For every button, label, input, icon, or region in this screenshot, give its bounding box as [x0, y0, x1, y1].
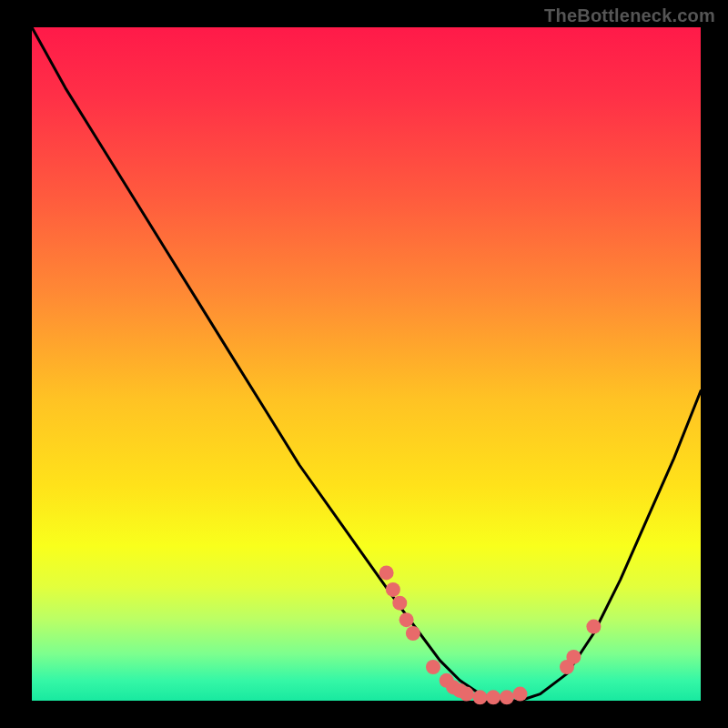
plot-background: [32, 27, 701, 701]
gpu-marker: [486, 690, 500, 704]
gpu-marker: [399, 612, 414, 627]
gpu-marker: [379, 565, 394, 580]
gpu-marker: [513, 687, 528, 702]
gpu-marker: [473, 690, 488, 704]
gpu-marker: [386, 582, 400, 597]
chart-svg: [0, 0, 728, 728]
gpu-marker: [566, 650, 581, 664]
gpu-marker: [426, 660, 440, 674]
gpu-marker: [392, 596, 407, 611]
chart-stage: TheBottleneck.com: [0, 0, 728, 728]
gpu-marker: [586, 620, 601, 634]
gpu-marker: [460, 687, 474, 702]
gpu-marker: [500, 690, 514, 704]
gpu-marker: [406, 626, 420, 641]
